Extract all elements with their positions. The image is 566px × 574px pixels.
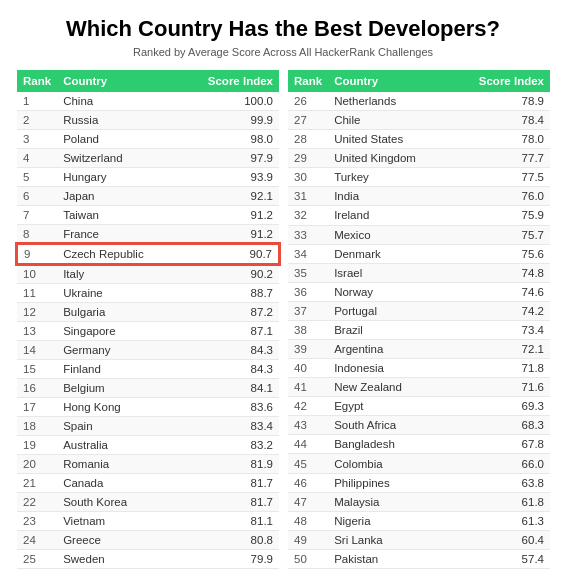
score-cell: 74.2 — [450, 301, 550, 320]
rank-cell: 3 — [17, 130, 57, 149]
rank-cell: 46 — [288, 473, 328, 492]
country-cell: Australia — [57, 436, 178, 455]
left-rank-header: Rank — [17, 70, 57, 92]
tables-container: Rank Country Score Index 1 China 100.0 2… — [16, 70, 550, 569]
score-cell: 84.3 — [178, 341, 279, 360]
rank-cell: 35 — [288, 263, 328, 282]
score-cell: 75.9 — [450, 206, 550, 225]
country-cell: Romania — [57, 455, 178, 474]
rank-cell: 43 — [288, 416, 328, 435]
score-cell: 76.0 — [450, 187, 550, 206]
rank-cell: 29 — [288, 149, 328, 168]
score-cell: 81.9 — [178, 455, 279, 474]
country-cell: Mexico — [328, 225, 450, 244]
country-cell: India — [328, 187, 450, 206]
score-cell: 71.8 — [450, 359, 550, 378]
left-score-header: Score Index — [178, 70, 279, 92]
table-row: 42 Egypt 69.3 — [288, 397, 550, 416]
table-row: 36 Norway 74.6 — [288, 282, 550, 301]
table-row: 13 Singapore 87.1 — [17, 322, 279, 341]
table-row: 34 Denmark 75.6 — [288, 244, 550, 263]
country-cell: Israel — [328, 263, 450, 282]
country-cell: Argentina — [328, 340, 450, 359]
table-row: 44 Bangladesh 67.8 — [288, 435, 550, 454]
rank-cell: 40 — [288, 359, 328, 378]
rank-cell: 10 — [17, 264, 57, 284]
right-table-header: Rank Country Score Index — [288, 70, 550, 92]
score-cell: 83.2 — [178, 436, 279, 455]
table-row: 33 Mexico 75.7 — [288, 225, 550, 244]
score-cell: 84.3 — [178, 360, 279, 379]
country-cell: Vietnam — [57, 512, 178, 531]
rank-cell: 7 — [17, 206, 57, 225]
rank-cell: 26 — [288, 92, 328, 111]
rank-cell: 16 — [17, 379, 57, 398]
score-cell: 66.0 — [450, 454, 550, 473]
table-row: 23 Vietnam 81.1 — [17, 512, 279, 531]
table-row: 19 Australia 83.2 — [17, 436, 279, 455]
rank-cell: 23 — [17, 512, 57, 531]
score-cell: 80.8 — [178, 531, 279, 550]
table-row: 37 Portugal 74.2 — [288, 301, 550, 320]
table-row: 28 United States 78.0 — [288, 130, 550, 149]
table-row: 21 Canada 81.7 — [17, 474, 279, 493]
country-cell: Brazil — [328, 320, 450, 339]
table-row: 35 Israel 74.8 — [288, 263, 550, 282]
country-cell: Netherlands — [328, 92, 450, 111]
score-cell: 71.6 — [450, 378, 550, 397]
table-row: 47 Malaysia 61.8 — [288, 492, 550, 511]
rank-cell: 45 — [288, 454, 328, 473]
rank-cell: 9 — [17, 244, 57, 264]
score-cell: 88.7 — [178, 284, 279, 303]
rank-cell: 6 — [17, 187, 57, 206]
table-row: 3 Poland 98.0 — [17, 130, 279, 149]
table-row: 17 Hong Kong 83.6 — [17, 398, 279, 417]
rank-cell: 5 — [17, 168, 57, 187]
rank-cell: 25 — [17, 550, 57, 569]
table-row: 26 Netherlands 78.9 — [288, 92, 550, 111]
left-country-header: Country — [57, 70, 178, 92]
table-row: 45 Colombia 66.0 — [288, 454, 550, 473]
score-cell: 75.7 — [450, 225, 550, 244]
score-cell: 60.4 — [450, 530, 550, 549]
country-cell: Pakistan — [328, 549, 450, 568]
score-cell: 79.9 — [178, 550, 279, 569]
rank-cell: 41 — [288, 378, 328, 397]
score-cell: 91.2 — [178, 225, 279, 245]
country-cell: South Korea — [57, 493, 178, 512]
score-cell: 72.1 — [450, 340, 550, 359]
table-row: 49 Sri Lanka 60.4 — [288, 530, 550, 549]
rank-cell: 13 — [17, 322, 57, 341]
country-cell: Turkey — [328, 168, 450, 187]
rank-cell: 36 — [288, 282, 328, 301]
score-cell: 81.7 — [178, 493, 279, 512]
rank-cell: 34 — [288, 244, 328, 263]
table-row: 50 Pakistan 57.4 — [288, 549, 550, 568]
score-cell: 77.5 — [450, 168, 550, 187]
rank-cell: 17 — [17, 398, 57, 417]
rank-cell: 20 — [17, 455, 57, 474]
country-cell: Russia — [57, 111, 178, 130]
table-row: 1 China 100.0 — [17, 92, 279, 111]
score-cell: 90.2 — [178, 264, 279, 284]
country-cell: Sweden — [57, 550, 178, 569]
score-cell: 98.0 — [178, 130, 279, 149]
country-cell: Switzerland — [57, 149, 178, 168]
rank-cell: 22 — [17, 493, 57, 512]
score-cell: 57.4 — [450, 549, 550, 568]
left-table-header: Rank Country Score Index — [17, 70, 279, 92]
score-cell: 69.3 — [450, 397, 550, 416]
rank-cell: 33 — [288, 225, 328, 244]
table-row: 32 Ireland 75.9 — [288, 206, 550, 225]
country-cell: Egypt — [328, 397, 450, 416]
table-row: 8 France 91.2 — [17, 225, 279, 245]
country-cell: Belgium — [57, 379, 178, 398]
rank-cell: 31 — [288, 187, 328, 206]
table-row: 31 India 76.0 — [288, 187, 550, 206]
table-row: 43 South Africa 68.3 — [288, 416, 550, 435]
table-row: 15 Finland 84.3 — [17, 360, 279, 379]
table-row: 4 Switzerland 97.9 — [17, 149, 279, 168]
rank-cell: 38 — [288, 320, 328, 339]
rank-cell: 28 — [288, 130, 328, 149]
score-cell: 75.6 — [450, 244, 550, 263]
